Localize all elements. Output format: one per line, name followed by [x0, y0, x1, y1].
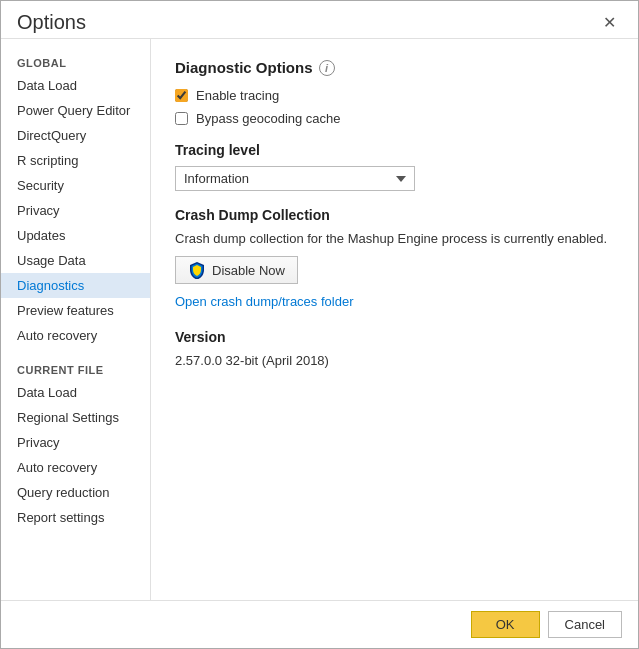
version-title: Version — [175, 329, 614, 345]
main-content: Diagnostic Options i Enable tracing Bypa… — [151, 39, 638, 600]
sidebar-item-cf-query-reduction[interactable]: Query reduction — [1, 480, 150, 505]
sidebar-item-cf-privacy[interactable]: Privacy — [1, 430, 150, 455]
sidebar-item-auto-recovery-global[interactable]: Auto recovery — [1, 323, 150, 348]
tracing-level-title: Tracing level — [175, 142, 614, 158]
tracing-level-row: Information Verbose Warning Error — [175, 166, 614, 191]
bypass-geocoding-label: Bypass geocoding cache — [196, 111, 341, 126]
bypass-geocoding-row: Bypass geocoding cache — [175, 111, 614, 126]
sidebar-item-cf-auto-recovery[interactable]: Auto recovery — [1, 455, 150, 480]
enable-tracing-row: Enable tracing — [175, 88, 614, 103]
sidebar-item-data-load[interactable]: Data Load — [1, 73, 150, 98]
sidebar-item-cf-regional-settings[interactable]: Regional Settings — [1, 405, 150, 430]
sidebar-item-cf-report-settings[interactable]: Report settings — [1, 505, 150, 530]
dialog-title: Options — [17, 11, 86, 34]
dialog-footer: OK Cancel — [1, 600, 638, 648]
enable-tracing-label: Enable tracing — [196, 88, 279, 103]
version-value: 2.57.0.0 32-bit (April 2018) — [175, 353, 614, 368]
close-button[interactable]: ✕ — [597, 13, 622, 33]
sidebar-item-usage-data[interactable]: Usage Data — [1, 248, 150, 273]
global-section-label: GLOBAL — [1, 49, 150, 73]
crash-dump-title: Crash Dump Collection — [175, 207, 614, 223]
sidebar-item-r-scripting[interactable]: R scripting — [1, 148, 150, 173]
shield-icon — [188, 261, 206, 279]
enable-tracing-checkbox[interactable] — [175, 89, 188, 102]
sidebar: GLOBAL Data Load Power Query Editor Dire… — [1, 39, 151, 600]
cancel-button[interactable]: Cancel — [548, 611, 622, 638]
diagnostic-options-title: Diagnostic Options i — [175, 59, 614, 76]
current-file-section-label: CURRENT FILE — [1, 356, 150, 380]
open-crash-dump-folder-link[interactable]: Open crash dump/traces folder — [175, 294, 353, 309]
dialog-body: GLOBAL Data Load Power Query Editor Dire… — [1, 38, 638, 600]
bypass-geocoding-checkbox[interactable] — [175, 112, 188, 125]
disable-now-button[interactable]: Disable Now — [175, 256, 298, 284]
ok-button[interactable]: OK — [471, 611, 540, 638]
sidebar-item-cf-data-load[interactable]: Data Load — [1, 380, 150, 405]
tracing-level-select[interactable]: Information Verbose Warning Error — [175, 166, 415, 191]
version-section: Version 2.57.0.0 32-bit (April 2018) — [175, 329, 614, 368]
sidebar-item-security[interactable]: Security — [1, 173, 150, 198]
sidebar-item-diagnostics[interactable]: Diagnostics — [1, 273, 150, 298]
title-bar: Options ✕ — [1, 1, 638, 38]
sidebar-item-power-query-editor[interactable]: Power Query Editor — [1, 98, 150, 123]
sidebar-item-direct-query[interactable]: DirectQuery — [1, 123, 150, 148]
crash-dump-section: Crash Dump Collection Crash dump collect… — [175, 207, 614, 309]
options-dialog: Options ✕ GLOBAL Data Load Power Query E… — [0, 0, 639, 649]
sidebar-item-privacy[interactable]: Privacy — [1, 198, 150, 223]
info-icon: i — [319, 60, 335, 76]
crash-dump-status: Crash dump collection for the Mashup Eng… — [175, 231, 614, 246]
sidebar-item-preview-features[interactable]: Preview features — [1, 298, 150, 323]
sidebar-item-updates[interactable]: Updates — [1, 223, 150, 248]
